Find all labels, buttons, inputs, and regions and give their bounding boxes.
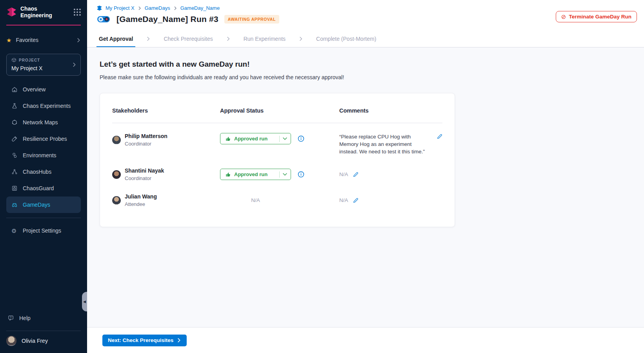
avatar: [112, 136, 121, 144]
edit-pencil-icon[interactable]: [437, 134, 442, 139]
nav-label: ChaosHubs: [23, 169, 51, 175]
gamepad-icon: [11, 202, 18, 208]
sidebar-collapse-button[interactable]: ◀: [82, 292, 87, 311]
sidebar-item-help[interactable]: ? Help: [6, 310, 81, 326]
tab-complete-post-mortem[interactable]: Complete (Post-Mortem): [314, 31, 378, 47]
cube-icon: [11, 58, 16, 63]
comment-cell: N/A: [339, 171, 442, 177]
approval-cell: Approved run: [220, 169, 339, 180]
sidebar-item-network-maps[interactable]: Network Maps: [6, 114, 81, 131]
project-selector[interactable]: PROJECT My Project X: [6, 54, 81, 76]
collapse-arrow-icon: ◀: [83, 300, 86, 304]
chevron-right-icon: [138, 6, 142, 10]
stakeholder-cell: Shantini Nayak Coordinator: [112, 167, 220, 181]
next-check-prerequisites-button[interactable]: Next: Check Prerequisites: [102, 335, 187, 346]
app-root: Chaos Engineering ★ Favorites PROJECT My…: [0, 0, 644, 353]
lock-icon: [11, 185, 18, 191]
app-title: Chaos Engineering: [20, 5, 52, 18]
info-icon[interactable]: [298, 171, 304, 178]
prohibit-icon: ⊘: [561, 14, 566, 20]
col-approval-status: Approval Status: [220, 107, 339, 114]
info-icon[interactable]: [298, 135, 304, 142]
project-name: My Project X: [11, 65, 76, 71]
chevron-right-icon: [146, 36, 151, 41]
probe-icon: [11, 136, 18, 142]
stakeholder-name: Shantini Nayak: [125, 167, 164, 174]
sidebar-item-project-settings[interactable]: ⚙ Project Settings: [6, 222, 81, 239]
main-area: My Project X GameDays GameDay_Name [Game…: [87, 0, 644, 353]
tab-get-approval[interactable]: Get Approval: [96, 31, 135, 47]
comment-text: N/A: [339, 197, 348, 203]
comment-cell: “Please replace CPU Hog with Memory Hog …: [339, 133, 442, 155]
approval-dropdown[interactable]: Approved run: [220, 133, 291, 144]
chevron-right-icon: [173, 6, 177, 10]
thumbs-up-icon: [226, 172, 231, 177]
chevron-down-icon: [283, 136, 287, 141]
status-badge: AWAITING APPROVAL: [224, 15, 279, 24]
approval-cell: Approved run: [220, 133, 339, 144]
col-comments: Comments: [339, 107, 442, 114]
sidebar-item-environments[interactable]: Environments: [6, 147, 81, 164]
stakeholder-name: Julian Wang: [125, 193, 157, 200]
gear-icon: ⚙: [11, 228, 18, 234]
title-row: [GameDay_Name] Run #3 AWAITING APPROVAL: [96, 15, 635, 31]
approval-value: Approved run: [234, 171, 276, 177]
approval-value: N/A: [220, 197, 291, 203]
breadcrumb: My Project X GameDays GameDay_Name: [96, 5, 635, 11]
harness-breadcrumb-icon: [96, 5, 102, 11]
chevron-right-icon: [76, 38, 81, 42]
svg-text:?: ?: [10, 316, 12, 319]
tab-check-prerequisites[interactable]: Check Prerequisites: [161, 31, 215, 47]
page-header: My Project X GameDays GameDay_Name [Game…: [87, 0, 644, 31]
sidebar-item-favorites[interactable]: ★ Favorites: [6, 34, 81, 46]
terminate-gameday-button[interactable]: ⊘ Terminate GameDay Run: [556, 11, 637, 22]
sidebar-item-chaos-experiments[interactable]: Chaos Experiments: [6, 98, 81, 114]
thumbs-up-icon: [226, 136, 231, 142]
edit-pencil-icon[interactable]: [353, 198, 358, 203]
table-row: Shantini Nayak Coordinator Approved run: [112, 167, 442, 181]
favorites-label: Favorites: [16, 37, 38, 43]
dropdown-divider: [279, 136, 280, 142]
sidebar-item-gamedays[interactable]: GameDays: [6, 197, 81, 213]
stakeholder-cell: Julian Wang Attendee: [112, 193, 220, 207]
nav-label: ChaosGuard: [23, 185, 54, 191]
stakeholder-cell: Philip Matterson Coordinator: [112, 133, 220, 147]
gamepad-title-icon: [96, 15, 111, 24]
flask-icon: [11, 103, 18, 109]
nav-label: Resilience Probes: [23, 136, 67, 142]
stakeholder-role: Coordinator: [125, 141, 167, 147]
breadcrumb-project[interactable]: My Project X: [106, 5, 135, 11]
user-menu[interactable]: Olivia Frey: [0, 331, 87, 353]
breadcrumb-gamedays[interactable]: GameDays: [145, 5, 170, 11]
module-grid-icon[interactable]: [74, 9, 81, 16]
nav-label: GameDays: [23, 202, 50, 208]
avatar: [112, 196, 121, 205]
terminate-label: Terminate GameDay Run: [569, 14, 631, 20]
brand-row: Chaos Engineering: [0, 0, 87, 22]
comment-text: “Please replace CPU Hog with Memory Hog …: [339, 133, 430, 155]
tab-run-experiments[interactable]: Run Experiments: [241, 31, 288, 47]
network-map-icon: [11, 119, 18, 126]
edit-pencil-icon[interactable]: [353, 172, 358, 177]
chevron-right-icon: [72, 63, 76, 67]
user-name: Olivia Frey: [22, 338, 48, 344]
stakeholder-role: Attendee: [125, 201, 157, 207]
chevron-right-icon: [298, 36, 303, 41]
sidebar-item-chaosguard[interactable]: ChaosGuard: [6, 180, 81, 197]
chevron-right-icon: [177, 338, 181, 342]
nav-label: Network Maps: [23, 119, 58, 126]
table-row: Julian Wang Attendee N/A N/A: [112, 193, 442, 207]
brand-divider: [6, 25, 81, 25]
stakeholders-card: Stakeholders Approval Status Comments Ph…: [100, 93, 455, 227]
help-chat-icon: ?: [8, 315, 14, 321]
approval-value: Approved run: [234, 136, 276, 142]
stakeholder-name: Philip Matterson: [125, 133, 167, 139]
avatar: [112, 170, 121, 179]
sidebar-item-overview[interactable]: Overview: [6, 81, 81, 98]
sidebar-spacer: [0, 239, 87, 310]
sidebar-item-resilience-probes[interactable]: Resilience Probes: [6, 131, 81, 147]
sidebar-item-chaoshubs[interactable]: ChaosHubs: [6, 164, 81, 180]
wizard-tabs: Get Approval Check Prerequisites Run Exp…: [87, 31, 644, 47]
breadcrumb-gameday-name[interactable]: GameDay_Name: [180, 5, 220, 11]
approval-dropdown[interactable]: Approved run: [220, 169, 291, 180]
